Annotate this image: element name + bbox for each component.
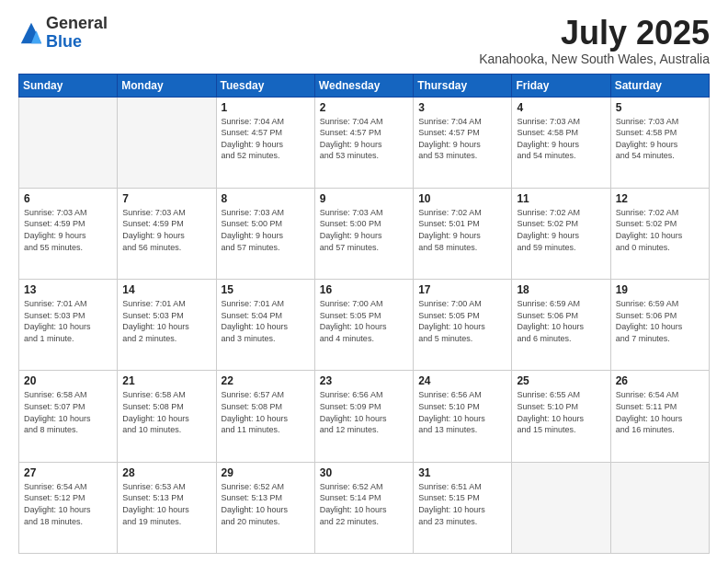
- day-info: Sunrise: 6:58 AM Sunset: 5:07 PM Dayligh…: [24, 389, 112, 435]
- calendar-day-cell: 3Sunrise: 7:04 AM Sunset: 4:57 PM Daylig…: [414, 97, 512, 188]
- day-info: Sunrise: 6:59 AM Sunset: 5:06 PM Dayligh…: [517, 298, 605, 344]
- day-number: 19: [616, 283, 704, 296]
- calendar-week-row: 1Sunrise: 7:04 AM Sunset: 4:57 PM Daylig…: [19, 97, 710, 188]
- day-number: 23: [320, 374, 408, 387]
- day-info: Sunrise: 6:52 AM Sunset: 5:14 PM Dayligh…: [320, 481, 408, 527]
- day-number: 27: [24, 466, 112, 479]
- calendar-day-cell: 2Sunrise: 7:04 AM Sunset: 4:57 PM Daylig…: [314, 97, 413, 188]
- calendar-week-row: 27Sunrise: 6:54 AM Sunset: 5:12 PM Dayli…: [19, 462, 710, 553]
- location: Kanahooka, New South Wales, Australia: [479, 52, 710, 66]
- calendar-day-cell: 18Sunrise: 6:59 AM Sunset: 5:06 PM Dayli…: [512, 280, 610, 371]
- calendar-day-cell: 5Sunrise: 7:03 AM Sunset: 4:58 PM Daylig…: [610, 97, 709, 188]
- day-info: Sunrise: 7:04 AM Sunset: 4:57 PM Dayligh…: [418, 116, 506, 162]
- day-info: Sunrise: 7:03 AM Sunset: 4:58 PM Dayligh…: [517, 116, 605, 162]
- day-number: 3: [418, 101, 506, 114]
- calendar-day-header: Saturday: [610, 74, 709, 97]
- day-number: 17: [418, 283, 506, 296]
- day-number: 12: [616, 192, 704, 205]
- day-number: 18: [517, 283, 605, 296]
- calendar-day-cell: 24Sunrise: 6:56 AM Sunset: 5:10 PM Dayli…: [414, 371, 512, 462]
- day-info: Sunrise: 6:56 AM Sunset: 5:10 PM Dayligh…: [418, 389, 506, 435]
- calendar-day-cell: 29Sunrise: 6:52 AM Sunset: 5:13 PM Dayli…: [216, 462, 314, 553]
- calendar-day-header: Tuesday: [216, 74, 314, 97]
- day-info: Sunrise: 7:01 AM Sunset: 5:04 PM Dayligh…: [222, 298, 310, 344]
- calendar-day-cell: 17Sunrise: 7:00 AM Sunset: 5:05 PM Dayli…: [414, 280, 512, 371]
- calendar-day-cell: [610, 462, 709, 553]
- logo-text: General Blue: [46, 15, 108, 52]
- calendar-day-cell: 8Sunrise: 7:03 AM Sunset: 5:00 PM Daylig…: [216, 188, 314, 279]
- day-info: Sunrise: 6:54 AM Sunset: 5:12 PM Dayligh…: [24, 481, 112, 527]
- day-number: 7: [122, 192, 210, 205]
- day-number: 20: [24, 374, 112, 387]
- calendar-week-row: 20Sunrise: 6:58 AM Sunset: 5:07 PM Dayli…: [19, 371, 710, 462]
- calendar-day-cell: 16Sunrise: 7:00 AM Sunset: 5:05 PM Dayli…: [314, 280, 413, 371]
- calendar-week-row: 6Sunrise: 7:03 AM Sunset: 4:59 PM Daylig…: [19, 188, 710, 279]
- day-number: 6: [24, 192, 112, 205]
- day-info: Sunrise: 6:52 AM Sunset: 5:13 PM Dayligh…: [222, 481, 310, 527]
- day-number: 31: [418, 466, 506, 479]
- calendar-day-cell: 30Sunrise: 6:52 AM Sunset: 5:14 PM Dayli…: [314, 462, 413, 553]
- calendar-day-cell: 27Sunrise: 6:54 AM Sunset: 5:12 PM Dayli…: [19, 462, 118, 553]
- day-number: 15: [222, 283, 310, 296]
- day-info: Sunrise: 6:53 AM Sunset: 5:13 PM Dayligh…: [122, 481, 210, 527]
- calendar-day-cell: [19, 97, 118, 188]
- page: General Blue July 2025 Kanahooka, New So…: [0, 0, 728, 563]
- day-number: 14: [122, 283, 210, 296]
- day-number: 30: [320, 466, 408, 479]
- calendar-day-cell: 14Sunrise: 7:01 AM Sunset: 5:03 PM Dayli…: [118, 280, 216, 371]
- calendar-day-header: Monday: [118, 74, 216, 97]
- calendar-day-cell: 6Sunrise: 7:03 AM Sunset: 4:59 PM Daylig…: [19, 188, 118, 279]
- calendar-day-cell: 4Sunrise: 7:03 AM Sunset: 4:58 PM Daylig…: [512, 97, 610, 188]
- day-number: 11: [517, 192, 605, 205]
- calendar-day-cell: 22Sunrise: 6:57 AM Sunset: 5:08 PM Dayli…: [216, 371, 314, 462]
- calendar-day-cell: 10Sunrise: 7:02 AM Sunset: 5:01 PM Dayli…: [414, 188, 512, 279]
- day-number: 16: [320, 283, 408, 296]
- calendar-day-header: Friday: [512, 74, 610, 97]
- calendar-day-header: Wednesday: [314, 74, 413, 97]
- calendar-day-cell: 23Sunrise: 6:56 AM Sunset: 5:09 PM Dayli…: [314, 371, 413, 462]
- logo-icon: [18, 20, 44, 46]
- day-info: Sunrise: 7:01 AM Sunset: 5:03 PM Dayligh…: [122, 298, 210, 344]
- calendar-day-header: Sunday: [19, 74, 118, 97]
- day-info: Sunrise: 7:03 AM Sunset: 4:59 PM Dayligh…: [122, 207, 210, 253]
- day-number: 8: [222, 192, 310, 205]
- day-number: 25: [517, 374, 605, 387]
- calendar-header-row: SundayMondayTuesdayWednesdayThursdayFrid…: [19, 74, 710, 97]
- day-info: Sunrise: 7:02 AM Sunset: 5:01 PM Dayligh…: [418, 207, 506, 253]
- day-info: Sunrise: 6:57 AM Sunset: 5:08 PM Dayligh…: [222, 389, 310, 435]
- calendar-day-cell: 13Sunrise: 7:01 AM Sunset: 5:03 PM Dayli…: [19, 280, 118, 371]
- calendar-day-cell: 9Sunrise: 7:03 AM Sunset: 5:00 PM Daylig…: [314, 188, 413, 279]
- calendar-day-cell: [512, 462, 610, 553]
- calendar-day-cell: 21Sunrise: 6:58 AM Sunset: 5:08 PM Dayli…: [118, 371, 216, 462]
- logo: General Blue: [18, 15, 108, 52]
- day-number: 13: [24, 283, 112, 296]
- day-number: 9: [320, 192, 408, 205]
- calendar-day-cell: 11Sunrise: 7:02 AM Sunset: 5:02 PM Dayli…: [512, 188, 610, 279]
- day-info: Sunrise: 7:00 AM Sunset: 5:05 PM Dayligh…: [418, 298, 506, 344]
- logo-blue: Blue: [46, 32, 82, 51]
- day-info: Sunrise: 6:54 AM Sunset: 5:11 PM Dayligh…: [616, 389, 704, 435]
- calendar-day-cell: 25Sunrise: 6:55 AM Sunset: 5:10 PM Dayli…: [512, 371, 610, 462]
- day-info: Sunrise: 7:01 AM Sunset: 5:03 PM Dayligh…: [24, 298, 112, 344]
- day-info: Sunrise: 6:51 AM Sunset: 5:15 PM Dayligh…: [418, 481, 506, 527]
- day-number: 29: [222, 466, 310, 479]
- day-info: Sunrise: 6:59 AM Sunset: 5:06 PM Dayligh…: [616, 298, 704, 344]
- day-info: Sunrise: 7:02 AM Sunset: 5:02 PM Dayligh…: [517, 207, 605, 253]
- calendar-day-cell: 15Sunrise: 7:01 AM Sunset: 5:04 PM Dayli…: [216, 280, 314, 371]
- day-info: Sunrise: 7:04 AM Sunset: 4:57 PM Dayligh…: [222, 116, 310, 162]
- calendar-day-cell: 26Sunrise: 6:54 AM Sunset: 5:11 PM Dayli…: [610, 371, 709, 462]
- calendar-day-header: Thursday: [414, 74, 512, 97]
- day-info: Sunrise: 7:03 AM Sunset: 4:58 PM Dayligh…: [616, 116, 704, 162]
- calendar-day-cell: 28Sunrise: 6:53 AM Sunset: 5:13 PM Dayli…: [118, 462, 216, 553]
- day-info: Sunrise: 6:56 AM Sunset: 5:09 PM Dayligh…: [320, 389, 408, 435]
- calendar-day-cell: 12Sunrise: 7:02 AM Sunset: 5:02 PM Dayli…: [610, 188, 709, 279]
- day-info: Sunrise: 7:04 AM Sunset: 4:57 PM Dayligh…: [320, 116, 408, 162]
- title-block: July 2025 Kanahooka, New South Wales, Au…: [479, 15, 710, 66]
- header: General Blue July 2025 Kanahooka, New So…: [18, 15, 710, 66]
- day-info: Sunrise: 7:03 AM Sunset: 5:00 PM Dayligh…: [320, 207, 408, 253]
- day-number: 2: [320, 101, 408, 114]
- day-info: Sunrise: 7:02 AM Sunset: 5:02 PM Dayligh…: [616, 207, 704, 253]
- day-info: Sunrise: 7:03 AM Sunset: 4:59 PM Dayligh…: [24, 207, 112, 253]
- day-number: 4: [517, 101, 605, 114]
- day-number: 26: [616, 374, 704, 387]
